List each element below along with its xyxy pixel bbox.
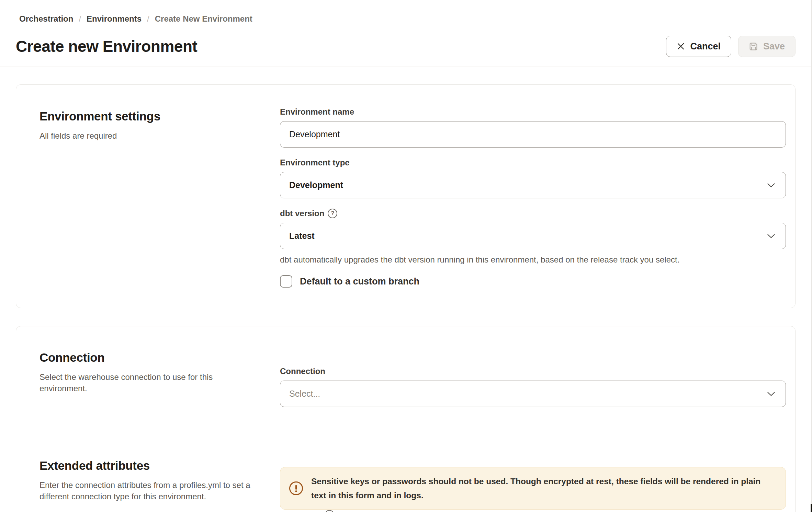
warning-icon: [289, 481, 303, 495]
dbt-version-select[interactable]: Latest: [280, 223, 786, 249]
environment-type-value: Development: [289, 180, 343, 190]
dbt-version-help-text: dbt automatically upgrades the dbt versi…: [280, 255, 786, 265]
environment-name-label: Environment name: [280, 107, 786, 117]
breadcrumb: Orchestration / Environments / Create Ne…: [0, 0, 812, 24]
right-edge-divider: [811, 0, 812, 512]
chevron-down-icon: [767, 183, 775, 188]
warning-text: Sensitive keys or passwords should not b…: [311, 474, 774, 502]
connection-field-label: Connection: [280, 366, 786, 376]
header-actions: Cancel Save: [666, 36, 796, 57]
breadcrumb-separator: /: [79, 14, 81, 24]
breadcrumb-item-environments[interactable]: Environments: [87, 14, 142, 24]
connection-select-placeholder: Select...: [289, 389, 320, 399]
close-icon: [677, 42, 685, 50]
extended-attributes-subtitle: Enter the connection attributes from a p…: [40, 479, 259, 502]
custom-branch-label: Default to a custom branch: [300, 276, 419, 287]
main-content: Environment settings All fields are requ…: [0, 84, 812, 512]
environment-type-select[interactable]: Development: [280, 172, 786, 198]
help-icon[interactable]: ?: [328, 209, 337, 218]
save-icon: [749, 42, 758, 51]
breadcrumb-item-orchestration[interactable]: Orchestration: [19, 14, 73, 24]
chevron-down-icon: [767, 234, 775, 238]
cancel-label: Cancel: [690, 41, 721, 52]
environment-name-input[interactable]: [280, 121, 786, 148]
save-button[interactable]: Save: [738, 36, 796, 57]
breadcrumb-item-current: Create New Environment: [155, 14, 252, 24]
connection-card: Connection Select the warehouse connecti…: [16, 326, 796, 512]
cancel-button[interactable]: Cancel: [666, 36, 731, 57]
dbt-version-value: Latest: [289, 231, 315, 241]
environment-settings-card: Environment settings All fields are requ…: [16, 84, 796, 308]
breadcrumb-separator: /: [147, 14, 149, 24]
settings-subtitle: All fields are required: [40, 130, 259, 141]
chevron-down-icon: [767, 392, 775, 396]
extended-attributes-heading: Extended attributes: [40, 458, 266, 473]
dbt-version-label: dbt version ?: [280, 208, 786, 219]
environment-type-label: Environment type: [280, 158, 786, 168]
save-label: Save: [763, 41, 785, 52]
custom-branch-checkbox-row[interactable]: Default to a custom branch: [280, 275, 786, 288]
page-title: Create new Environment: [16, 37, 197, 56]
custom-branch-checkbox[interactable]: [280, 275, 292, 288]
page-header: Orchestration / Environments / Create Ne…: [0, 0, 812, 67]
connection-heading: Connection: [40, 350, 266, 365]
warning-banner: Sensitive keys or passwords should not b…: [280, 467, 786, 510]
header-divider: [0, 67, 812, 67]
connection-select[interactable]: Select...: [280, 381, 786, 407]
screen-corner-artifact: [811, 504, 812, 512]
dbt-version-label-text: dbt version: [280, 208, 324, 219]
connection-subtitle: Select the warehouse connection to use f…: [40, 371, 259, 394]
settings-heading: Environment settings: [40, 109, 266, 124]
